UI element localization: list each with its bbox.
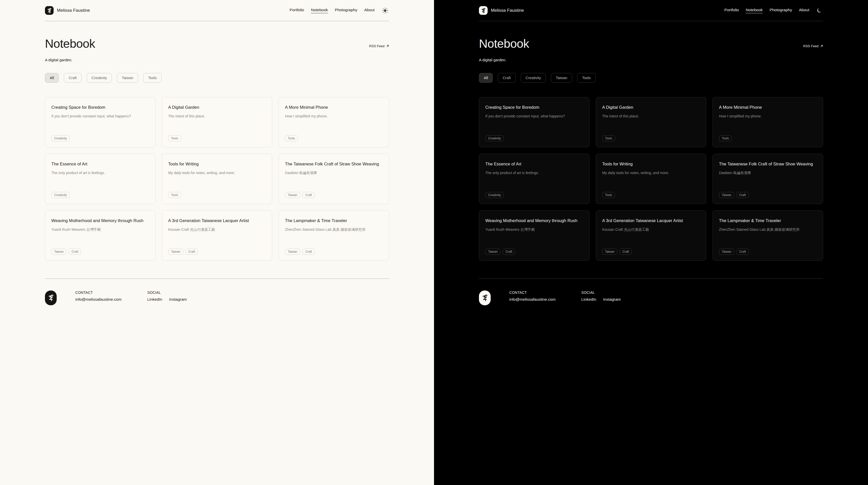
card-description: Daobien 島編有潮事 bbox=[719, 170, 817, 175]
tag-badge-tools: Tools bbox=[719, 135, 732, 141]
card-description: How I simplified my phone. bbox=[285, 114, 383, 119]
filter-bar: AllCraftCreativityTaiwanTools bbox=[45, 73, 389, 83]
cards-grid: Creating Space for BoredomIf you don't p… bbox=[45, 97, 389, 261]
notebook-card[interactable]: The Essence of ArtThe only product of ar… bbox=[479, 154, 589, 204]
card-description: If you don't provide constant input, wha… bbox=[485, 114, 583, 119]
notebook-card[interactable]: A Digital GardenThe intent of this place… bbox=[596, 97, 706, 147]
filter-button-tools[interactable]: Tools bbox=[143, 73, 162, 83]
social-link-linkedin[interactable]: LinkedIn bbox=[147, 297, 162, 302]
brand-link[interactable]: Melissa Faustine bbox=[45, 6, 90, 15]
notebook-card[interactable]: Tools for WritingMy daily tools for note… bbox=[162, 154, 272, 204]
social-heading: SOCIAL bbox=[581, 290, 621, 295]
notebook-card[interactable]: Creating Space for BoredomIf you don't p… bbox=[45, 97, 155, 147]
footer-logo-icon[interactable] bbox=[45, 290, 57, 305]
footer-social-column: SOCIAL LinkedInInstagram bbox=[581, 290, 621, 302]
rss-feed-link[interactable]: RSS Feed bbox=[803, 44, 823, 48]
card-tags: TaiwanCraft bbox=[602, 245, 700, 255]
theme-toggle-button[interactable] bbox=[381, 7, 389, 14]
card-title: A Digital Garden bbox=[168, 104, 266, 110]
card-title: The Essence of Art bbox=[51, 161, 149, 167]
nav-item-photography[interactable]: Photography bbox=[335, 8, 358, 13]
notebook-card[interactable]: Weaving Motherhood and Memory through Ru… bbox=[45, 211, 155, 261]
site-name: Melissa Faustine bbox=[57, 8, 90, 13]
filter-button-taiwan[interactable]: Taiwan bbox=[117, 73, 138, 83]
arrow-up-right-icon bbox=[820, 45, 823, 47]
card-title: A Digital Garden bbox=[602, 104, 700, 110]
tag-badge-taiwan: Taiwan bbox=[51, 249, 66, 255]
nav-item-about[interactable]: About bbox=[364, 8, 374, 13]
filter-bar: AllCraftCreativityTaiwanTools bbox=[479, 73, 823, 83]
filter-button-all[interactable]: All bbox=[45, 73, 59, 83]
notebook-card[interactable]: A More Minimal PhoneHow I simplified my … bbox=[713, 97, 823, 147]
notebook-card[interactable]: A 3rd Generation Taiwanese Lacquer Artis… bbox=[596, 211, 706, 261]
filter-button-craft[interactable]: Craft bbox=[64, 73, 82, 83]
card-description: Kousan Craft 光山行漆器工藝 bbox=[168, 227, 266, 232]
site-name: Melissa Faustine bbox=[491, 8, 524, 13]
tag-badge-craft: Craft bbox=[737, 192, 749, 198]
nav-item-notebook[interactable]: Notebook bbox=[746, 8, 763, 13]
filter-button-all[interactable]: All bbox=[479, 73, 493, 83]
social-link-linkedin[interactable]: LinkedIn bbox=[581, 297, 596, 302]
filter-button-craft[interactable]: Craft bbox=[498, 73, 516, 83]
rss-feed-link[interactable]: RSS Feed bbox=[369, 44, 389, 48]
tag-badge-creativity: Creativity bbox=[485, 192, 504, 198]
rss-feed-label: RSS Feed bbox=[803, 44, 818, 48]
site-header: Melissa Faustine PortfolioNotebookPhotog… bbox=[479, 0, 823, 21]
card-tags: TaiwanCraft bbox=[719, 245, 817, 255]
notebook-card[interactable]: The Taiwanese Folk Craft of Straw Shoe W… bbox=[713, 154, 823, 204]
notebook-card[interactable]: The Lampmaker & Time TravelerZhenZhen St… bbox=[713, 211, 823, 261]
theme-toggle-button[interactable] bbox=[816, 7, 823, 14]
card-tags: Creativity bbox=[51, 131, 149, 141]
nav-item-about[interactable]: About bbox=[799, 8, 809, 13]
notebook-card[interactable]: A More Minimal PhoneHow I simplified my … bbox=[279, 97, 389, 147]
card-tags: Creativity bbox=[485, 131, 583, 141]
header-right: PortfolioNotebookPhotographyAbout bbox=[724, 7, 823, 14]
nav-item-photography[interactable]: Photography bbox=[770, 8, 792, 13]
notebook-card[interactable]: The Lampmaker & Time TravelerZhenZhen St… bbox=[279, 211, 389, 261]
tag-badge-craft: Craft bbox=[503, 249, 515, 255]
card-tags: TaiwanCraft bbox=[285, 188, 383, 198]
nav-item-portfolio[interactable]: Portfolio bbox=[289, 8, 304, 13]
card-tags: TaiwanCraft bbox=[485, 245, 583, 255]
card-description: My daily tools for notes, writing, and m… bbox=[602, 170, 700, 175]
social-link-instagram[interactable]: Instagram bbox=[169, 297, 187, 302]
social-links: LinkedInInstagram bbox=[581, 297, 621, 302]
footer-contact-column: CONTACT info@melissafaustine.com bbox=[509, 290, 581, 302]
contact-email-link[interactable]: info@melissafaustine.com bbox=[509, 297, 556, 302]
brand-link[interactable]: Melissa Faustine bbox=[479, 6, 524, 15]
card-tags: TaiwanCraft bbox=[719, 188, 817, 198]
card-title: Weaving Motherhood and Memory through Ru… bbox=[51, 218, 149, 224]
card-description: The only product of art is feelings. bbox=[51, 170, 149, 175]
page-subtitle: A digital garden. bbox=[45, 58, 389, 62]
social-links: LinkedInInstagram bbox=[147, 297, 187, 302]
notebook-card[interactable]: Weaving Motherhood and Memory through Ru… bbox=[479, 211, 589, 261]
notebook-card[interactable]: Creating Space for BoredomIf you don't p… bbox=[479, 97, 589, 147]
filter-button-creativity[interactable]: Creativity bbox=[521, 73, 546, 83]
footer-logo-icon[interactable] bbox=[479, 290, 491, 305]
social-link-instagram[interactable]: Instagram bbox=[603, 297, 621, 302]
card-description: Yuanli Rush Weavers 台灣手藺 bbox=[485, 227, 583, 232]
card-tags: Tools bbox=[168, 131, 266, 141]
nav-item-portfolio[interactable]: Portfolio bbox=[724, 8, 739, 13]
card-tags: Creativity bbox=[51, 188, 149, 198]
notebook-card[interactable]: A Digital GardenThe intent of this place… bbox=[162, 97, 272, 147]
title-row: Notebook RSS Feed bbox=[45, 37, 389, 50]
notebook-card[interactable]: The Taiwanese Folk Craft of Straw Shoe W… bbox=[279, 154, 389, 204]
notebook-card[interactable]: A 3rd Generation Taiwanese Lacquer Artis… bbox=[162, 211, 272, 261]
contact-email-link[interactable]: info@melissafaustine.com bbox=[75, 297, 122, 302]
filter-button-taiwan[interactable]: Taiwan bbox=[551, 73, 572, 83]
card-title: A More Minimal Phone bbox=[719, 104, 817, 110]
card-description: The intent of this place. bbox=[168, 114, 266, 119]
notebook-card[interactable]: Tools for WritingMy daily tools for note… bbox=[596, 154, 706, 204]
filter-button-tools[interactable]: Tools bbox=[577, 73, 596, 83]
card-tags: TaiwanCraft bbox=[51, 245, 149, 255]
site-logo-icon bbox=[479, 6, 488, 15]
tag-badge-craft: Craft bbox=[303, 192, 315, 198]
nav-item-notebook[interactable]: Notebook bbox=[311, 8, 328, 13]
filter-button-creativity[interactable]: Creativity bbox=[87, 73, 112, 83]
card-tags: Tools bbox=[168, 188, 266, 198]
card-title: Creating Space for Boredom bbox=[485, 104, 583, 110]
social-heading: SOCIAL bbox=[147, 290, 187, 295]
tag-badge-tools: Tools bbox=[168, 135, 181, 141]
notebook-card[interactable]: The Essence of ArtThe only product of ar… bbox=[45, 154, 155, 204]
